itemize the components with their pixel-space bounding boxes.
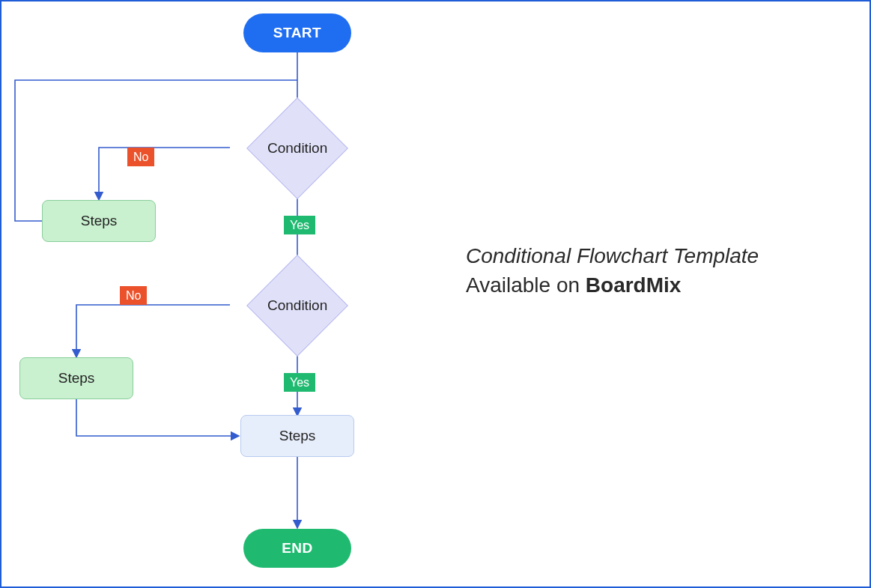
steps-1-node: Steps [42, 200, 156, 242]
start-label: START [273, 25, 321, 41]
caption-block: Conditional Flowchart Template Available… [466, 241, 759, 300]
end-node: END [243, 529, 351, 568]
end-label: END [282, 540, 313, 557]
condition-2-no-tag: No [120, 286, 147, 305]
caption-line-1: Conditional Flowchart Template [466, 241, 759, 270]
condition-1-yes-tag: Yes [284, 216, 315, 234]
condition-1-no-tag: No [127, 148, 154, 166]
caption-line-2: Available on BoardMix [466, 270, 759, 300]
caption-line-2-prefix: Available on [466, 273, 586, 297]
condition-2-label: Condition [267, 297, 327, 314]
diagram-frame: START Condition No Yes Steps Condition N… [0, 0, 871, 588]
start-node: START [243, 13, 351, 52]
steps-3-node: Steps [240, 415, 354, 457]
condition-2-yes-tag: Yes [284, 373, 315, 392]
steps-3-label: Steps [279, 428, 316, 444]
steps-2-node: Steps [19, 357, 133, 399]
condition-1-label: Condition [267, 140, 327, 157]
caption-brand: BoardMix [586, 273, 682, 297]
steps-2-label: Steps [58, 370, 95, 387]
steps-1-label: Steps [81, 213, 118, 229]
